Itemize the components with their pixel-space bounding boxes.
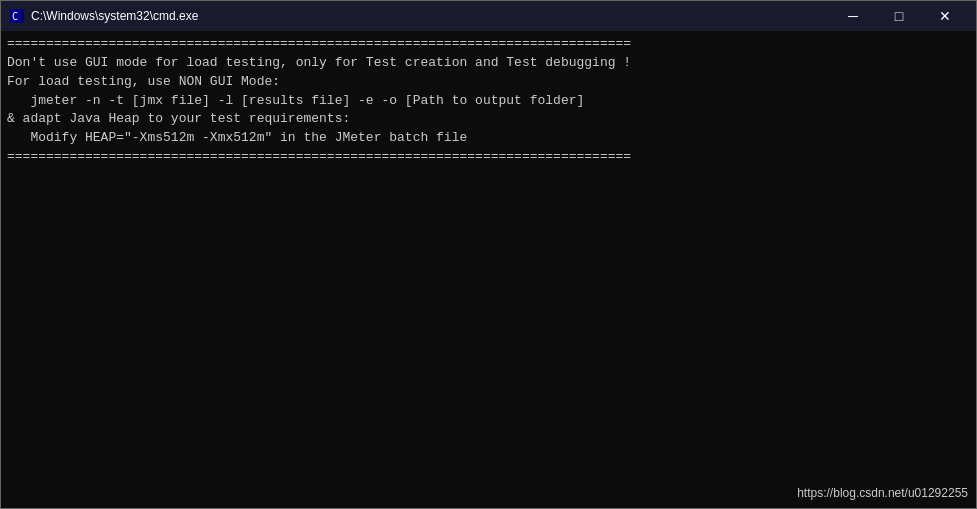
- maximize-button[interactable]: □: [876, 1, 922, 31]
- close-button[interactable]: ✕: [922, 1, 968, 31]
- window-controls: ─ □ ✕: [830, 1, 968, 31]
- watermark: https://blog.csdn.net/u01292255: [797, 486, 968, 500]
- cmd-icon: C: [9, 8, 25, 24]
- svg-text:C: C: [12, 11, 18, 22]
- terminal-body[interactable]: ========================================…: [1, 31, 976, 508]
- terminal-output: ========================================…: [7, 35, 970, 167]
- title-bar-left: C C:\Windows\system32\cmd.exe: [9, 8, 198, 24]
- cmd-window: C C:\Windows\system32\cmd.exe ─ □ ✕ ====…: [0, 0, 977, 509]
- title-bar: C C:\Windows\system32\cmd.exe ─ □ ✕: [1, 1, 976, 31]
- window-title: C:\Windows\system32\cmd.exe: [31, 9, 198, 23]
- minimize-button[interactable]: ─: [830, 1, 876, 31]
